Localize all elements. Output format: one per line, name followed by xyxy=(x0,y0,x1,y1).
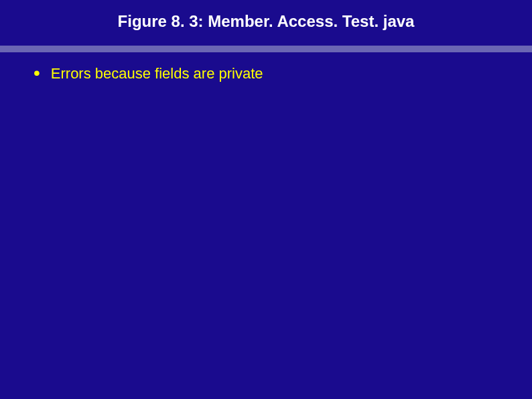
divider-bar xyxy=(0,46,532,52)
bullet-text: Errors because fields are private xyxy=(51,64,263,84)
bullet-item: • Errors because fields are private xyxy=(34,64,505,84)
title-area: Figure 8. 3: Member. Access. Test. java xyxy=(0,0,532,31)
bullet-icon: • xyxy=(34,66,40,80)
slide-title: Figure 8. 3: Member. Access. Test. java xyxy=(0,12,532,31)
content-area: • Errors because fields are private xyxy=(0,52,532,84)
